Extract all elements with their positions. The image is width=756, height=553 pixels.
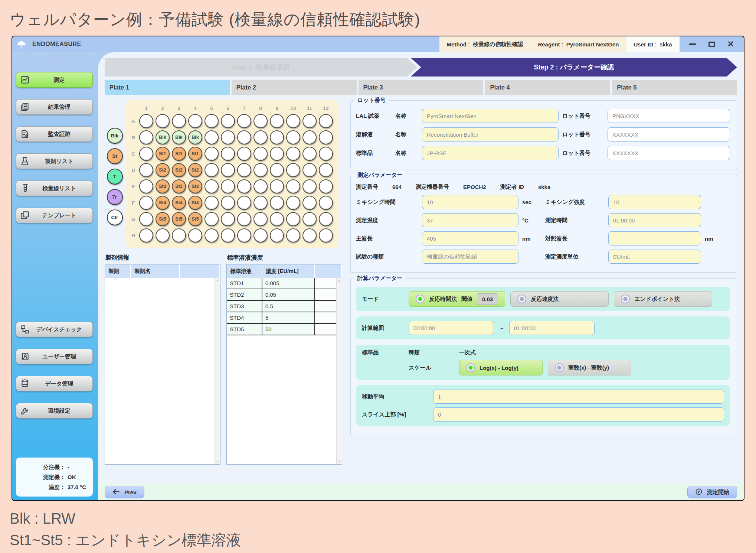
well-A3[interactable]: [172, 114, 186, 128]
measure-field[interactable]: [608, 231, 701, 245]
well-G9[interactable]: [270, 212, 284, 226]
measure-field[interactable]: 10: [422, 195, 518, 209]
well-D11[interactable]: [302, 163, 317, 177]
sidebar-item-results[interactable]: 結果管理: [16, 99, 93, 115]
well-F2[interactable]: St4: [156, 196, 170, 210]
well-G8[interactable]: [253, 212, 268, 226]
well-B8[interactable]: [253, 130, 268, 144]
calc-range-from-field[interactable]: 00:00:00: [409, 321, 494, 335]
measure-field[interactable]: 01:00:00: [608, 213, 701, 227]
sidebar-item-template[interactable]: テンプレート: [16, 208, 93, 223]
minimize-button[interactable]: [689, 43, 696, 45]
sidebar-item-device-check[interactable]: デバイスチェック: [16, 322, 93, 337]
well-G6[interactable]: [221, 212, 235, 226]
well-C8[interactable]: [253, 147, 268, 161]
well-B5[interactable]: [204, 130, 219, 144]
well-E3[interactable]: St3: [172, 179, 186, 193]
well-B1[interactable]: [139, 130, 153, 144]
well-F7[interactable]: [237, 196, 251, 210]
well-E2[interactable]: St3: [156, 179, 170, 193]
measure-field[interactable]: 検量線の信頼性確認: [422, 250, 518, 264]
well-A1[interactable]: [139, 114, 153, 128]
well-D6[interactable]: [221, 163, 235, 177]
well-A10[interactable]: [286, 114, 300, 128]
sidebar-item-drug-list[interactable]: 製剤リスト: [16, 153, 93, 169]
threshold-field[interactable]: 0.03: [477, 293, 498, 305]
well-F1[interactable]: [139, 196, 153, 210]
well-C12[interactable]: [319, 147, 333, 161]
well-H7[interactable]: [237, 228, 251, 243]
mode-option-2[interactable]: 反応速度法: [510, 291, 609, 307]
lot-name-field[interactable]: Reconstitution Buffer: [422, 127, 559, 141]
well-G11[interactable]: [302, 212, 317, 226]
well-A9[interactable]: [270, 114, 284, 128]
well-D3[interactable]: St2: [172, 163, 186, 177]
well-E4[interactable]: St3: [188, 179, 202, 193]
measure-field[interactable]: 405: [422, 231, 518, 245]
well-F6[interactable]: [221, 196, 235, 210]
prev-button[interactable]: Prev: [105, 486, 144, 498]
lot-name-field[interactable]: JP-RSE: [422, 146, 559, 160]
well-F12[interactable]: [319, 196, 333, 210]
well-G1[interactable]: [139, 212, 153, 226]
lot-name-field[interactable]: PyroSmart NextGen: [422, 109, 559, 123]
well-C1[interactable]: [139, 147, 153, 161]
calc-range-to-field[interactable]: 01:00:00: [509, 321, 595, 335]
well-C7[interactable]: [237, 147, 251, 161]
well-D1[interactable]: [139, 163, 153, 177]
well-H12[interactable]: [319, 228, 333, 243]
well-B6[interactable]: [221, 130, 235, 144]
well-D10[interactable]: [286, 163, 300, 177]
lot-number-field[interactable]: XXXXXXX: [608, 146, 730, 160]
well-G10[interactable]: [286, 212, 300, 226]
sidebar-item-user-mgmt[interactable]: ユーザー管理: [16, 349, 93, 364]
well-E6[interactable]: [221, 179, 235, 193]
well-C5[interactable]: [204, 147, 219, 161]
well-H4[interactable]: [188, 228, 202, 243]
drug-table-scrollbar[interactable]: ∧∨: [215, 278, 220, 464]
close-button[interactable]: ✕: [727, 40, 734, 48]
well-C9[interactable]: [270, 147, 284, 161]
well-D5[interactable]: [204, 163, 219, 177]
well-F11[interactable]: [302, 196, 317, 210]
well-D9[interactable]: [270, 163, 284, 177]
well-C11[interactable]: [302, 147, 317, 161]
lot-number-field[interactable]: XXXXXXX: [608, 127, 730, 141]
well-G12[interactable]: [319, 212, 333, 226]
measure-field[interactable]: 37: [422, 213, 518, 227]
sidebar-item-audit[interactable]: 監査証跡: [16, 126, 93, 142]
well-A4[interactable]: [188, 114, 202, 128]
well-H9[interactable]: [270, 228, 284, 243]
mode-option-1[interactable]: 反応時間法閾値0.03: [409, 291, 505, 307]
well-E5[interactable]: [204, 179, 219, 193]
well-B11[interactable]: [302, 130, 317, 144]
plate-tab-4[interactable]: Plate 4: [485, 80, 610, 95]
well-G5[interactable]: [204, 212, 219, 226]
well-F10[interactable]: [286, 196, 300, 210]
well-C4[interactable]: St1: [188, 147, 202, 161]
well-G2[interactable]: St5: [156, 212, 170, 226]
well-B10[interactable]: [286, 130, 300, 144]
maximize-button[interactable]: [708, 42, 715, 47]
plate-tab-1[interactable]: Plate 1: [105, 80, 230, 95]
well-C2[interactable]: St1: [156, 147, 170, 161]
well-A7[interactable]: [237, 114, 251, 128]
lot-number-field[interactable]: PNGXXXX: [608, 109, 730, 123]
well-D12[interactable]: [319, 163, 333, 177]
sidebar-item-measure[interactable]: 測定: [16, 72, 93, 88]
well-F4[interactable]: St4: [188, 196, 202, 210]
well-H6[interactable]: [221, 228, 235, 243]
well-B12[interactable]: [319, 130, 333, 144]
well-A6[interactable]: [221, 114, 235, 128]
well-H10[interactable]: [286, 228, 300, 243]
std-table-scrollbar[interactable]: ∧∨: [336, 278, 342, 464]
well-A11[interactable]: [302, 114, 317, 128]
well-F3[interactable]: St4: [172, 196, 186, 210]
well-H11[interactable]: [302, 228, 317, 243]
well-C6[interactable]: [221, 147, 235, 161]
well-H2[interactable]: [156, 228, 170, 243]
plate-tab-3[interactable]: Plate 3: [359, 80, 484, 95]
well-H1[interactable]: [139, 228, 153, 243]
measure-field[interactable]: 10: [608, 195, 701, 209]
well-G7[interactable]: [237, 212, 251, 226]
